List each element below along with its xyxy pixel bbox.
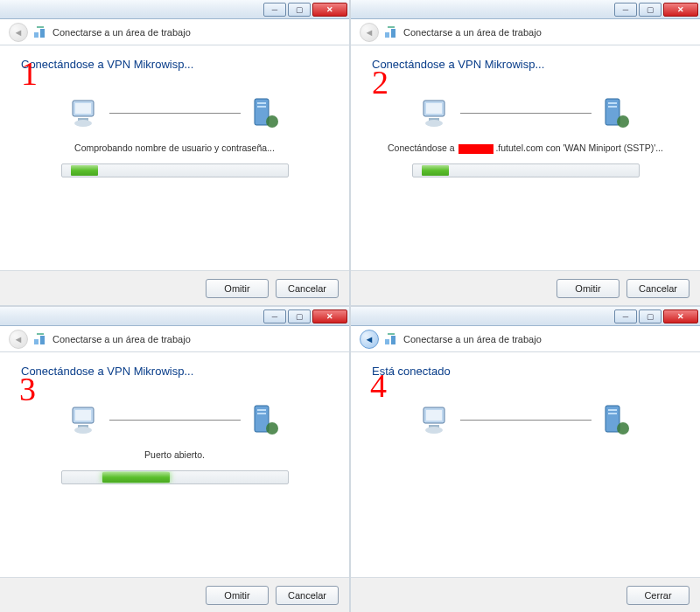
titlebar: ─ ▢ ✕ — [351, 0, 700, 19]
connection-graphic — [21, 402, 328, 437]
wizard-title: Conectarse a un área de trabajo — [52, 334, 191, 344]
minimize-button[interactable]: ─ — [614, 3, 637, 17]
svg-point-17 — [425, 120, 443, 127]
progress-fill — [422, 165, 449, 176]
svg-point-28 — [74, 427, 92, 434]
maximize-button[interactable]: ▢ — [288, 3, 311, 17]
maximize-button[interactable]: ▢ — [288, 309, 311, 323]
network-icon — [33, 332, 47, 346]
vpn-dialog-step-4: 4 ─ ▢ ✕ ◄ Conectarse a un área de trabaj… — [351, 307, 700, 612]
svg-rect-42 — [608, 413, 617, 414]
back-button: ◄ — [360, 23, 379, 42]
server-icon — [246, 402, 281, 437]
svg-rect-0 — [34, 32, 38, 38]
svg-point-6 — [74, 120, 92, 127]
wizard-header: ◄ Conectarse a un área de trabajo — [351, 19, 700, 45]
wizard-header: ◄ Conectarse a un área de trabajo — [0, 19, 349, 45]
dialog-footer: Omitir Cancelar — [351, 270, 700, 305]
svg-point-32 — [266, 422, 278, 435]
client-pc-icon — [69, 402, 104, 437]
svg-rect-4 — [75, 103, 91, 114]
cancel-button[interactable]: Cancelar — [276, 586, 339, 605]
svg-point-21 — [617, 115, 629, 128]
maximize-button[interactable]: ▢ — [639, 3, 662, 17]
status-prefix: Conectándose a — [388, 143, 457, 153]
progress-bar — [61, 470, 289, 484]
wizard-header: ◄ Conectarse a un área de trabajo — [0, 326, 349, 352]
dialog-body: Conectándose a VPN Mikrowisp... Puerto a… — [0, 352, 349, 577]
vpn-dialog-step-3: 3 ─ ▢ ✕ ◄ Conectarse a un área de trabaj… — [0, 307, 349, 612]
svg-rect-11 — [385, 32, 389, 38]
back-button[interactable]: ◄ — [360, 330, 379, 349]
dialog-footer: Omitir Cancelar — [0, 577, 349, 612]
svg-rect-31 — [257, 413, 266, 414]
dialog-body: Conectándose a VPN Mikrowisp... Conectán… — [351, 45, 700, 270]
svg-rect-37 — [426, 410, 442, 421]
main-title: Conectándose a VPN Mikrowisp... — [372, 58, 679, 71]
main-title: Conectándose a VPN Mikrowisp... — [21, 58, 328, 71]
skip-button[interactable]: Omitir — [206, 586, 269, 605]
svg-rect-20 — [608, 106, 617, 108]
network-icon — [33, 25, 47, 39]
client-pc-icon — [69, 95, 104, 130]
close-button[interactable]: ✕ — [663, 3, 698, 17]
status-text: Conectándose a .fututel.com con 'WAN Min… — [372, 143, 679, 155]
titlebar: ─ ▢ ✕ — [0, 0, 349, 19]
back-button: ◄ — [9, 23, 28, 42]
dialog-body: Está conectado — [351, 352, 700, 577]
svg-rect-12 — [391, 29, 396, 38]
vpn-dialog-step-2: 2 ─ ▢ ✕ ◄ Conectarse a un área de trabaj… — [351, 0, 700, 305]
svg-point-43 — [617, 422, 629, 435]
close-button[interactable]: ✕ — [312, 3, 347, 17]
svg-rect-22 — [34, 339, 38, 344]
status-text: Puerto abierto. — [21, 449, 328, 462]
svg-rect-23 — [40, 336, 45, 344]
titlebar: ─ ▢ ✕ — [0, 307, 349, 326]
svg-rect-15 — [426, 103, 442, 114]
wizard-header: ◄ Conectarse a un área de trabajo — [351, 326, 700, 352]
cancel-button[interactable]: Cancelar — [626, 279, 690, 298]
dialog-footer: Omitir Cancelar — [0, 270, 349, 305]
main-title: Está conectado — [372, 365, 679, 378]
close-dialog-button[interactable]: Cerrar — [626, 586, 690, 605]
connection-graphic — [372, 95, 679, 130]
maximize-button[interactable]: ▢ — [639, 309, 662, 323]
skip-button[interactable]: Omitir — [206, 279, 269, 298]
svg-point-39 — [425, 427, 443, 434]
svg-rect-8 — [257, 102, 266, 104]
connection-graphic — [21, 95, 328, 130]
minimize-button[interactable]: ─ — [263, 3, 286, 17]
minimize-button[interactable]: ─ — [263, 309, 286, 323]
minimize-button[interactable]: ─ — [614, 309, 637, 323]
close-button[interactable]: ✕ — [312, 309, 347, 323]
connection-line — [460, 420, 592, 421]
vpn-dialog-step-1: 1 ─ ▢ ✕ ◄ Conectarse a un área de trabaj… — [0, 0, 349, 305]
progress-fill — [102, 472, 170, 483]
server-icon — [246, 95, 281, 130]
network-icon — [384, 25, 398, 39]
close-button[interactable]: ✕ — [663, 309, 698, 323]
server-icon — [597, 402, 632, 437]
svg-rect-34 — [391, 336, 396, 344]
client-pc-icon — [420, 95, 455, 130]
connection-graphic — [372, 402, 679, 437]
connection-line — [460, 113, 592, 114]
titlebar: ─ ▢ ✕ — [351, 307, 700, 326]
svg-rect-30 — [257, 409, 266, 411]
wizard-title: Conectarse a un área de trabajo — [52, 27, 191, 38]
server-icon — [597, 95, 632, 130]
main-title: Conectándose a VPN Mikrowisp... — [21, 365, 328, 378]
svg-point-10 — [266, 115, 278, 128]
cancel-button[interactable]: Cancelar — [276, 279, 339, 298]
connection-line — [109, 113, 241, 114]
back-button: ◄ — [9, 330, 28, 349]
network-icon — [384, 332, 398, 346]
wizard-title: Conectarse a un área de trabajo — [403, 334, 542, 344]
svg-rect-33 — [385, 339, 389, 344]
dialog-footer: Cerrar — [351, 577, 700, 612]
client-pc-icon — [420, 402, 455, 437]
svg-rect-9 — [257, 106, 266, 108]
progress-bar — [61, 163, 289, 177]
redacted-host — [458, 144, 494, 154]
skip-button[interactable]: Omitir — [556, 279, 620, 298]
